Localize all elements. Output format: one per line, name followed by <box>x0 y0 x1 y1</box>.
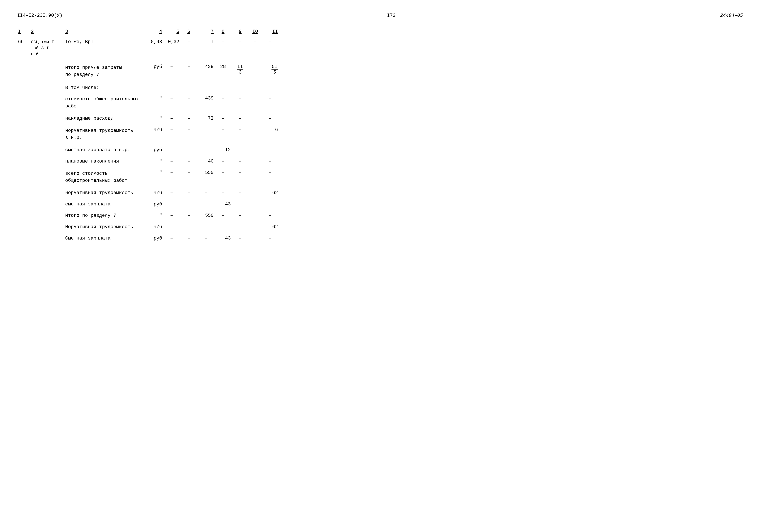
cell-row9-c8: – <box>214 169 232 176</box>
cell-row13-c8: – <box>214 224 232 230</box>
cell-row14-c10 <box>249 235 261 236</box>
cell-row7-c7: – <box>197 147 214 153</box>
cell-row8-c10 <box>249 158 261 159</box>
header-left: II4-I2-23I.90(У) <box>17 13 63 18</box>
cell-row4-c9: – <box>232 95 249 101</box>
cell-row14-c11: – <box>261 235 279 241</box>
col-header-7: 7 <box>197 28 214 35</box>
table-row: сметная зарплата руб – – – 43 – – <box>17 200 743 209</box>
cell-row4-c11: – <box>261 95 279 101</box>
cell-row7-c10 <box>249 147 261 148</box>
cell-row7-c9: – <box>232 147 249 153</box>
column-header-row: I 2 3 4 5 6 7 8 9 IO II <box>17 27 743 36</box>
cell-row2-c7: 439 <box>197 64 214 70</box>
cell-row4-c6: – <box>180 95 197 101</box>
cell-row6-c3: нормативная трудоёмкостьв н.р. <box>64 127 146 142</box>
cell-row11-c11: – <box>261 201 279 207</box>
cell-row12-c9: – <box>232 213 249 219</box>
cell-row14-c2 <box>30 235 64 236</box>
cell-row6-c9: – <box>232 127 249 133</box>
cell-row2-c4: руб <box>146 64 163 70</box>
cell-row1-c6: – <box>180 39 197 45</box>
col-header-11: II <box>261 28 279 35</box>
col-header-10: IO <box>249 28 261 35</box>
cell-row6-c6: – <box>180 127 197 133</box>
cell-row12-c8: – <box>214 213 232 219</box>
cell-row7-c6: – <box>180 147 197 153</box>
header-right: 24494–05 <box>720 13 743 18</box>
cell-row3-c2 <box>30 85 64 85</box>
cell-row13-c9: – <box>232 224 249 230</box>
cell-row5-c10 <box>249 115 261 116</box>
cell-row12-c10 <box>249 213 261 213</box>
cell-row3-c10 <box>249 85 261 85</box>
cell-row13-c7: – <box>197 224 214 230</box>
cell-row14-c7: – <box>197 235 214 241</box>
cell-row1-c5: 0,32 <box>163 39 180 45</box>
table-row: нормативная трудоёмкость ч/ч – – – – – 6… <box>17 188 743 197</box>
cell-row2-c5: – <box>163 64 180 70</box>
cell-row5-c8: – <box>214 115 232 121</box>
cell-row3-c9 <box>232 85 249 85</box>
cell-row1-c11: – <box>261 39 279 45</box>
cell-row2-c8: 28 <box>214 64 232 70</box>
cell-row5-c11: – <box>261 115 279 121</box>
cell-row1-c7: I <box>197 39 214 45</box>
table-row: нормативная трудоёмкостьв н.р. ч/ч – – –… <box>17 125 743 143</box>
cell-row10-c7: – <box>197 190 214 196</box>
cell-row5-c2 <box>30 115 64 116</box>
cell-row8-c5: – <box>163 158 180 165</box>
cell-row9-c9: – <box>232 169 249 176</box>
cell-row8-c2 <box>30 158 64 159</box>
page-container: II4-I2-23I.90(У) I72 24494–05 I 2 3 4 5 … <box>17 13 743 243</box>
cell-row11-c9: – <box>232 201 249 207</box>
cell-row11-c3: сметная зарплата <box>64 201 146 207</box>
cell-row12-c2 <box>30 213 64 213</box>
cell-row6-c5: – <box>163 127 180 133</box>
cell-row10-c3: нормативная трудоёмкость <box>64 190 146 196</box>
cell-row6-c7 <box>197 127 214 127</box>
cell-row14-c6: – <box>180 235 197 241</box>
cell-row6-c2 <box>30 127 64 127</box>
cell-row2-c3: Итого прямые затратыпо разделу 7 <box>64 64 146 79</box>
cell-row5-c5: – <box>163 115 180 121</box>
table-row: В том числе: <box>17 83 743 92</box>
cell-row9-c10 <box>249 169 261 170</box>
cell-row10-c11: 62 <box>261 190 279 196</box>
table-row: Нормативная трудоёмкость ч/ч – – – – – 6… <box>17 222 743 231</box>
cell-row14-c3: Сметная зарплата <box>64 235 146 241</box>
cell-row1-c8: – <box>214 39 232 45</box>
cell-row5-c3: накладные расходы <box>64 115 146 121</box>
cell-row7-c2 <box>30 147 64 148</box>
cell-row11-c6: – <box>180 201 197 207</box>
cell-row4-c5: – <box>163 95 180 101</box>
cell-row12-c4: " <box>146 213 163 219</box>
table-row: стоимость общестроительныхработ " – – 43… <box>17 94 743 112</box>
cell-row8-c3: плановые накопления <box>64 158 146 165</box>
cell-row1-c2: ССЦ том Iтаб 3-Iп 6 <box>30 39 64 58</box>
cell-row2-c2 <box>30 64 64 65</box>
cell-row11-c1 <box>17 201 30 202</box>
cell-row11-c5: – <box>163 201 180 207</box>
cell-row13-c2 <box>30 224 64 225</box>
cell-row8-c11: – <box>261 158 279 165</box>
cell-row5-c9: – <box>232 115 249 121</box>
cell-row7-c8: I2 <box>214 147 232 153</box>
table-row: Итого прямые затратыпо разделу 7 руб – –… <box>17 62 743 80</box>
cell-row8-c4: " <box>146 158 163 165</box>
cell-row8-c8: – <box>214 158 232 165</box>
cell-row6-c4: ч/ч <box>146 127 163 133</box>
cell-row1-c4: 0,93 <box>146 39 163 45</box>
cell-row2-c1 <box>17 64 30 65</box>
cell-row13-c11: 62 <box>261 224 279 230</box>
cell-row7-c11: – <box>261 147 279 153</box>
cell-row9-c11: – <box>261 169 279 176</box>
cell-row7-c5: – <box>163 147 180 153</box>
cell-row4-c7: 439 <box>197 95 214 101</box>
cell-row8-c7: 40 <box>197 158 214 165</box>
cell-row9-c6: – <box>180 169 197 176</box>
table-row: всего стоимостьобщестроительных работ " … <box>17 168 743 186</box>
cell-row9-c3: всего стоимостьобщестроительных работ <box>64 169 146 185</box>
cell-row10-c10 <box>249 190 261 191</box>
cell-row13-c3: Нормативная трудоёмкость <box>64 224 146 230</box>
